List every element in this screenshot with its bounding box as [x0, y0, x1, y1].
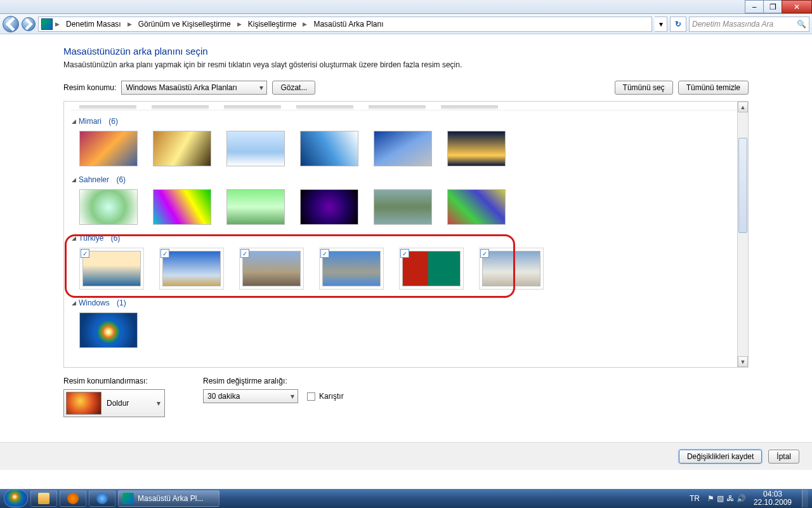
- content-area: Masaüstünüzün arka planını seçin Masaüst…: [0, 34, 812, 489]
- wallpaper-thumb-selected[interactable]: ✓: [159, 248, 224, 290]
- position-preview-icon: [66, 392, 102, 415]
- group-header-windows[interactable]: ◢Windows (1): [70, 296, 742, 310]
- wallpaper-thumb[interactable]: [374, 131, 432, 166]
- wallpaper-thumb[interactable]: [79, 131, 138, 166]
- address-dropdown-button[interactable]: ▾: [655, 17, 667, 32]
- page-title: Masaüstünüzün arka planını seçin: [63, 46, 749, 57]
- language-indicator[interactable]: TR: [690, 494, 700, 503]
- browse-button[interactable]: Gözat...: [272, 81, 315, 95]
- wallpaper-thumb[interactable]: [79, 189, 138, 225]
- scroll-track[interactable]: [738, 112, 748, 356]
- scroll-thumb[interactable]: [738, 138, 747, 233]
- close-button[interactable]: ✕: [782, 0, 812, 13]
- network-icon[interactable]: 🖧: [726, 494, 734, 503]
- explorer-navbar: ▶ Denetim Masası ▶ Görünüm ve Kişiselleş…: [0, 14, 812, 34]
- taskbar-explorer-button[interactable]: [30, 490, 57, 507]
- interval-label: Resim değiştirme aralığı:: [203, 377, 344, 385]
- position-label: Resim konumlandırması:: [63, 377, 165, 385]
- breadcrumb[interactable]: ▶ Denetim Masası ▶ Görünüm ve Kişiselleş…: [38, 17, 652, 32]
- truncated-group-row: [70, 105, 742, 110]
- show-desktop-button[interactable]: [802, 490, 808, 507]
- maximize-button[interactable]: ❐: [763, 0, 782, 13]
- chevron-right-icon: ▶: [301, 21, 308, 27]
- minimize-button[interactable]: –: [745, 0, 764, 13]
- wallpaper-thumb-selected[interactable]: ✓: [479, 248, 544, 290]
- chevron-right-icon: ▶: [236, 21, 243, 27]
- folder-icon: [38, 493, 49, 504]
- wallpaper-thumb[interactable]: [153, 131, 211, 166]
- taskbar: Masaüstü Arka Pl... TR ⚑▧🖧🔊 04:03 22.10.…: [0, 489, 812, 508]
- group-header-mimari[interactable]: ◢Mimari (6): [70, 114, 742, 128]
- wallpaper-thumb[interactable]: [447, 131, 506, 166]
- wallpaper-thumb-selected[interactable]: ✓: [319, 248, 384, 290]
- checkbox-icon[interactable]: ✓: [81, 249, 89, 258]
- tray-icons[interactable]: ⚑▧🖧🔊: [706, 494, 747, 503]
- checkbox-icon[interactable]: ✓: [240, 249, 249, 258]
- checkbox-icon[interactable]: ✓: [480, 249, 489, 258]
- group-header-turkiye[interactable]: ◢Türkiye (6): [70, 231, 742, 245]
- scroll-down-button[interactable]: ▼: [738, 356, 748, 367]
- wallpaper-thumb[interactable]: [79, 312, 138, 348]
- search-input[interactable]: Denetim Masasında Ara 🔍: [689, 17, 809, 32]
- action-center-icon[interactable]: ▧: [717, 494, 724, 503]
- breadcrumb-item[interactable]: Görünüm ve Kişiselleştirme: [134, 20, 235, 29]
- shuffle-label: Karıştır: [319, 392, 344, 401]
- select-all-button[interactable]: Tümünü seç: [615, 81, 673, 95]
- breadcrumb-item[interactable]: Denetim Masası: [62, 20, 125, 29]
- window-titlebar: – ❐ ✕: [0, 0, 812, 14]
- control-panel-icon: [41, 18, 53, 30]
- page-description: Masaüstünüzün arka planı yapmak için bir…: [63, 60, 749, 69]
- group-header-sahneler[interactable]: ◢Sahneler (6): [70, 173, 742, 187]
- scroll-up-button[interactable]: ▲: [738, 102, 748, 112]
- wallpaper-thumb[interactable]: [374, 189, 432, 225]
- image-location-label: Resim konumu:: [63, 83, 116, 92]
- collapse-icon: ◢: [72, 118, 76, 124]
- wallpaper-gallery: ◢Mimari (6) ◢Sahneler (6): [63, 101, 749, 368]
- collapse-icon: ◢: [72, 235, 76, 241]
- breadcrumb-item[interactable]: Kişiselleştirme: [244, 20, 301, 29]
- media-player-icon: [67, 493, 79, 504]
- cancel-button[interactable]: İptal: [768, 450, 799, 464]
- image-location-select[interactable]: Windows Masaüstü Arka Planları: [121, 81, 267, 95]
- checkbox-icon[interactable]: ✓: [400, 249, 409, 258]
- wallpaper-thumb[interactable]: [447, 189, 506, 225]
- taskbar-active-window[interactable]: Masaüstü Arka Pl...: [118, 490, 219, 507]
- wallpaper-thumb[interactable]: [226, 189, 285, 225]
- control-panel-icon: [122, 493, 134, 504]
- footer-bar: Değişiklikleri kaydet İptal: [0, 442, 812, 470]
- ie-icon: [96, 493, 108, 504]
- flag-icon[interactable]: ⚑: [707, 494, 714, 503]
- checkbox-icon[interactable]: ✓: [320, 249, 329, 258]
- wallpaper-thumb[interactable]: [153, 189, 211, 225]
- wallpaper-thumb-selected[interactable]: ✓: [79, 248, 144, 290]
- wallpaper-thumb-selected[interactable]: ✓: [399, 248, 464, 290]
- chevron-right-icon: ▶: [126, 21, 133, 27]
- taskbar-active-title: Masaüstü Arka Pl...: [138, 494, 203, 503]
- clear-all-button[interactable]: Tümünü temizle: [678, 81, 749, 95]
- taskbar-ie-button[interactable]: [89, 490, 115, 507]
- breadcrumb-item[interactable]: Masaüstü Arka Planı: [310, 20, 387, 29]
- image-location-row: Resim konumu: Windows Masaüstü Arka Plan…: [63, 81, 749, 95]
- save-changes-button[interactable]: Değişiklikleri kaydet: [679, 450, 762, 464]
- volume-icon[interactable]: 🔊: [737, 494, 746, 503]
- wallpaper-thumb[interactable]: [300, 189, 358, 225]
- taskbar-media-player-button[interactable]: [60, 490, 86, 507]
- collapse-icon: ◢: [72, 300, 76, 306]
- clock[interactable]: 04:03 22.10.2009: [754, 490, 792, 507]
- chevron-right-icon: ▶: [54, 21, 61, 27]
- wallpaper-thumb[interactable]: [226, 131, 285, 166]
- wallpaper-thumb-selected[interactable]: ✓: [239, 248, 304, 290]
- system-tray: TR ⚑▧🖧🔊 04:03 22.10.2009: [690, 490, 808, 507]
- vertical-scrollbar[interactable]: ▲ ▼: [737, 102, 748, 367]
- checkbox-icon[interactable]: ✓: [160, 249, 169, 258]
- position-select[interactable]: Doldur: [63, 389, 165, 417]
- wallpaper-thumb[interactable]: [300, 131, 358, 166]
- search-placeholder: Denetim Masasında Ara: [692, 20, 773, 29]
- shuffle-checkbox[interactable]: [307, 392, 315, 401]
- start-button[interactable]: [4, 490, 28, 507]
- search-icon: 🔍: [797, 20, 806, 29]
- forward-button[interactable]: [22, 17, 36, 31]
- refresh-button[interactable]: ↻: [670, 17, 686, 32]
- back-button[interactable]: [3, 16, 19, 32]
- interval-select[interactable]: 30 dakika: [203, 389, 298, 403]
